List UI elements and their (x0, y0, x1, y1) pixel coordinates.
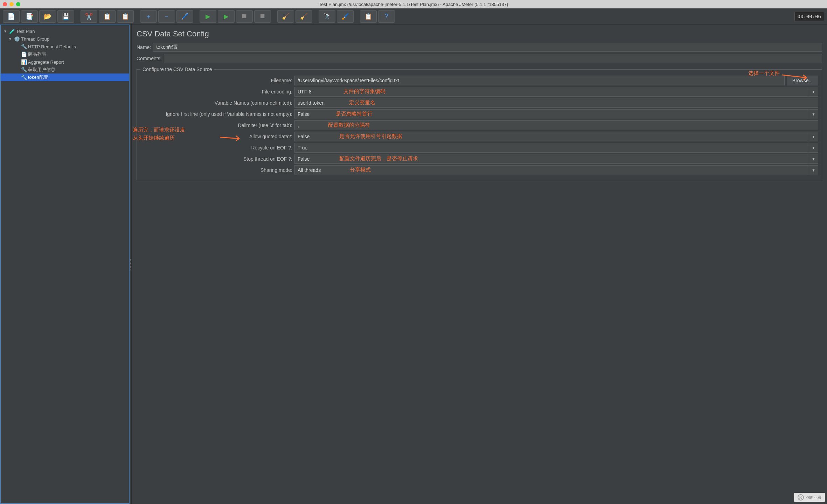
open-button[interactable]: 📂 (39, 10, 56, 23)
browse-button[interactable]: Browse... (787, 76, 818, 85)
function-helper-button[interactable]: 📋 (360, 10, 377, 23)
recycle-dropdown[interactable]: ▼ (809, 143, 818, 153)
broom-icon: 🧹 (282, 13, 290, 20)
tree-label: Test Plan (16, 29, 35, 34)
copy-button[interactable]: 📋 (99, 10, 116, 23)
watermark-text: 创新互联 (806, 495, 821, 500)
stop-input[interactable] (294, 154, 809, 164)
watermark: K 创新互联 (794, 493, 825, 502)
stop-dropdown[interactable]: ▼ (809, 154, 818, 164)
expand-button[interactable]: ＋ (140, 10, 157, 23)
file-icon: 📄 (7, 13, 15, 20)
clear-button[interactable]: 🧹 (277, 10, 294, 23)
tree-label: Aggregate Report (28, 59, 64, 65)
list-icon: 📋 (364, 13, 372, 20)
toolbar: 📄 📑 📂 💾 ✂️ 📋 📋 ＋ － 🖊️ ▶ ▶ ⏹ ⏹ 🧹 🧹 🔭 🖌️ 📋… (0, 8, 827, 24)
plus-icon: ＋ (145, 12, 152, 21)
tree-arrow-icon: ▼ (4, 29, 8, 33)
collapse-button[interactable]: － (158, 10, 175, 23)
shutdown-button[interactable]: ⏹ (254, 10, 271, 23)
folder-icon: 📂 (44, 13, 51, 20)
tree-item-1[interactable]: ▼⚙️Thread Group (1, 35, 129, 43)
tree-item-6[interactable]: 🔧token配置 (1, 74, 129, 81)
start-button[interactable]: ▶ (200, 10, 216, 23)
tree-label: Thread Group (21, 36, 49, 42)
recycle-label: Recycle on EOF ?: (140, 145, 294, 150)
sharing-dropdown[interactable]: ▼ (809, 165, 818, 175)
encoding-dropdown[interactable]: ▼ (809, 87, 818, 97)
varnames-input[interactable] (294, 98, 818, 108)
reset-search-button[interactable]: 🖌️ (337, 10, 354, 23)
tree-item-0[interactable]: ▼🧪Test Plan (1, 27, 129, 35)
scissors-icon: ✂️ (85, 13, 93, 20)
tree-node-icon: 🔧 (20, 67, 27, 72)
help-button[interactable]: ? (378, 10, 395, 23)
fieldset-legend: Configure the CSV Data Source (140, 66, 214, 72)
name-input[interactable] (153, 43, 822, 52)
filename-input[interactable] (294, 76, 785, 85)
tree-arrow-icon: ▼ (8, 37, 13, 41)
encoding-label: File encoding: (140, 89, 294, 94)
maximize-window-button[interactable] (16, 2, 20, 6)
title-bar: Test Plan.jmx (/usr/local/apache-jmeter-… (0, 0, 827, 8)
tree-item-2[interactable]: 🔧HTTP Request Defaults (1, 43, 129, 50)
copy-icon: 📋 (103, 13, 111, 20)
tree-item-3[interactable]: 📄商品列表 (1, 50, 129, 58)
stop-icon: ⏹ (241, 13, 248, 20)
stop-button[interactable]: ⏹ (236, 10, 253, 23)
broom-all-icon: 🧹 (300, 13, 308, 20)
start-no-pause-button[interactable]: ▶ (218, 10, 235, 23)
tree-node-icon: 🧪 (8, 28, 15, 34)
play-icon: ▶ (206, 13, 210, 20)
quoted-dropdown[interactable]: ▼ (809, 132, 818, 141)
templates-button[interactable]: 📑 (21, 10, 38, 23)
chevron-down-icon: ▼ (812, 135, 815, 139)
tree-label: HTTP Request Defaults (28, 44, 76, 49)
stop-label: Stop thread on EOF ?: (140, 156, 294, 162)
content-panel: CSV Data Set Config Name: Comments: Conf… (132, 24, 827, 504)
brush-icon: 🖌️ (341, 13, 349, 20)
tree-item-5[interactable]: 🔧获取用户信息 (1, 66, 129, 74)
traffic-lights (3, 2, 20, 6)
cut-button[interactable]: ✂️ (81, 10, 97, 23)
ignore-label: Ignore first line (only used if Variable… (140, 111, 294, 117)
new-button[interactable]: 📄 (3, 10, 20, 23)
templates-icon: 📑 (26, 13, 33, 20)
quoted-label: Allow quoted data?: (140, 134, 294, 139)
close-window-button[interactable] (3, 2, 7, 6)
chevron-down-icon: ▼ (812, 146, 815, 150)
comments-input[interactable] (164, 54, 822, 63)
sharing-input[interactable] (294, 165, 809, 175)
save-button[interactable]: 💾 (57, 10, 74, 23)
minimize-window-button[interactable] (9, 2, 14, 6)
chevron-down-icon: ▼ (812, 157, 815, 161)
tree-node-icon: 🔧 (20, 75, 27, 80)
ignore-input[interactable] (294, 109, 809, 119)
tree-label: token配置 (28, 74, 48, 80)
quoted-input[interactable] (294, 132, 809, 141)
help-icon: ? (385, 13, 388, 20)
ignore-dropdown[interactable]: ▼ (809, 109, 818, 119)
delimiter-input[interactable] (294, 120, 818, 130)
panel-title: CSV Data Set Config (137, 29, 822, 38)
save-icon: 💾 (62, 13, 70, 20)
toggle-button[interactable]: 🖊️ (176, 10, 193, 23)
minus-icon: － (164, 12, 170, 21)
clipboard-icon: 📋 (121, 13, 129, 20)
tree-label: 商品列表 (28, 51, 46, 57)
tree-node-icon: 📊 (20, 59, 27, 65)
delimiter-label: Delimiter (use '\t' for tab): (140, 122, 294, 128)
paste-button[interactable]: 📋 (117, 10, 134, 23)
tree-node-icon: 🔧 (20, 44, 27, 49)
tree-item-4[interactable]: 📊Aggregate Report (1, 58, 129, 66)
sharing-label: Sharing mode: (140, 167, 294, 173)
wand-icon: 🖊️ (181, 13, 189, 20)
clear-all-button[interactable]: 🧹 (296, 10, 312, 23)
encoding-input[interactable] (294, 87, 809, 97)
filename-label: Filename: (140, 78, 294, 83)
tree-node-icon: 📄 (20, 51, 27, 57)
recycle-input[interactable] (294, 143, 809, 153)
search-button[interactable]: 🔭 (319, 10, 335, 23)
comments-label: Comments: (137, 56, 162, 61)
watermark-logo-icon: K (798, 494, 804, 500)
